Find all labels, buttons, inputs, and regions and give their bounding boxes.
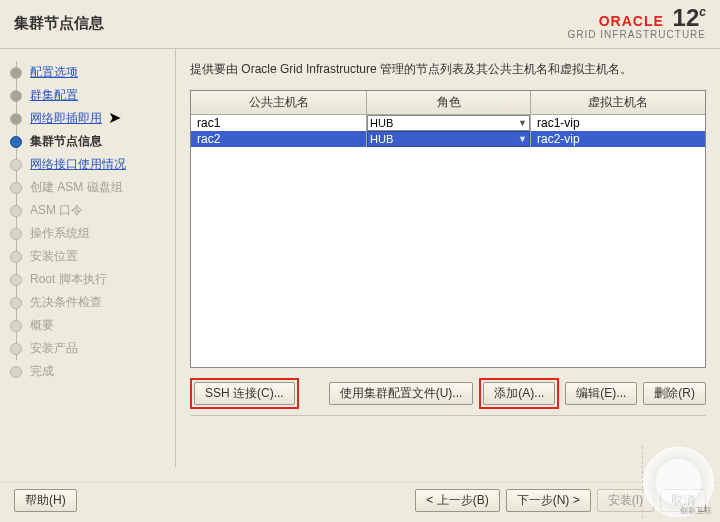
step-bullet-icon: [10, 320, 22, 332]
cell-role[interactable]: HUB▼: [367, 115, 531, 131]
step-os-group: 操作系统组: [30, 225, 90, 242]
step-bullet-icon: [10, 182, 22, 194]
table-header: 公共主机名 角色 虚拟主机名: [191, 91, 705, 115]
step-plugnplay[interactable]: 网络即插即用: [30, 110, 102, 127]
step-cluster-config[interactable]: 群集配置: [30, 87, 78, 104]
col-role: 角色: [367, 91, 531, 114]
nodes-table[interactable]: 公共主机名 角色 虚拟主机名 rac1 HUB▼ rac1-vip rac2 H…: [190, 90, 706, 368]
col-public-host: 公共主机名: [191, 91, 367, 114]
brand-logo: ORACLE 12c GRID INFRASTRUCTURE: [568, 6, 706, 40]
cell-vip: rac1-vip: [531, 115, 705, 131]
use-cluster-file-button[interactable]: 使用集群配置文件(U)...: [329, 382, 474, 405]
content-area: 提供要由 Oracle Grid Infrastructure 管理的节点列表及…: [176, 49, 720, 467]
brand-version: 12c: [673, 4, 706, 31]
watermark-logo: 创新互联: [642, 446, 714, 518]
step-bullet-icon: [10, 159, 22, 171]
step-finish: 完成: [30, 363, 54, 380]
ssh-connect-button[interactable]: SSH 连接(C)...: [194, 382, 295, 405]
step-bullet-icon: [10, 67, 22, 79]
page-title: 集群节点信息: [14, 14, 104, 33]
footer: 帮助(H) < 上一步(B) 下一步(N) > 安装(I) 取消: [0, 482, 720, 518]
step-cluster-nodes: 集群节点信息: [30, 133, 102, 150]
step-bullet-icon: [10, 136, 22, 148]
add-node-button[interactable]: 添加(A)...: [483, 382, 555, 405]
table-row[interactable]: rac1 HUB▼ rac1-vip: [191, 115, 705, 131]
step-bullet-icon: [10, 205, 22, 217]
step-root-script: Root 脚本执行: [30, 271, 107, 288]
table-actions-row: SSH 连接(C)... 使用集群配置文件(U)... 添加(A)... 编辑(…: [190, 378, 706, 409]
step-summary: 概要: [30, 317, 54, 334]
highlight-box: 添加(A)...: [479, 378, 559, 409]
separator: [190, 415, 706, 416]
next-button[interactable]: 下一步(N) >: [506, 489, 591, 512]
main: 配置选项 群集配置 网络即插即用 集群节点信息 网络接口使用情况 创建 ASM …: [0, 49, 720, 467]
step-config-options[interactable]: 配置选项: [30, 64, 78, 81]
step-bullet-icon: [10, 343, 22, 355]
step-install-loc: 安装位置: [30, 248, 78, 265]
highlight-box: SSH 连接(C)...: [190, 378, 299, 409]
step-bullet-icon: [10, 90, 22, 102]
step-net-interface[interactable]: 网络接口使用情况: [30, 156, 126, 173]
chevron-down-icon: ▼: [518, 134, 527, 144]
step-asm-pw: ASM 口令: [30, 202, 83, 219]
back-button[interactable]: < 上一步(B): [415, 489, 499, 512]
step-asm-disk: 创建 ASM 磁盘组: [30, 179, 123, 196]
brand-name: ORACLE: [599, 13, 664, 29]
table-row[interactable]: rac2 HUB▼ rac2-vip: [191, 131, 705, 147]
header: 集群节点信息 ORACLE 12c GRID INFRASTRUCTURE: [0, 0, 720, 49]
step-install: 安装产品: [30, 340, 78, 357]
page-description: 提供要由 Oracle Grid Infrastructure 管理的节点列表及…: [190, 61, 706, 78]
delete-node-button[interactable]: 删除(R): [643, 382, 706, 405]
cell-role[interactable]: HUB▼: [367, 131, 531, 147]
edit-node-button[interactable]: 编辑(E)...: [565, 382, 637, 405]
help-button[interactable]: 帮助(H): [14, 489, 77, 512]
step-bullet-icon: [10, 366, 22, 378]
cell-public: rac1: [191, 115, 367, 131]
step-bullet-icon: [10, 228, 22, 240]
watermark-text: 创新互联: [680, 505, 712, 516]
step-bullet-icon: [10, 274, 22, 286]
cell-public: rac2: [191, 131, 367, 147]
step-bullet-icon: [10, 251, 22, 263]
col-vip: 虚拟主机名: [531, 91, 705, 114]
chevron-down-icon: ▼: [518, 118, 527, 128]
wizard-steps-sidebar: 配置选项 群集配置 网络即插即用 集群节点信息 网络接口使用情况 创建 ASM …: [0, 49, 176, 467]
step-bullet-icon: [10, 297, 22, 309]
step-bullet-icon: [10, 113, 22, 125]
step-prereq: 先决条件检查: [30, 294, 102, 311]
cell-vip: rac2-vip: [531, 131, 705, 147]
brand-sub: GRID INFRASTRUCTURE: [568, 30, 706, 40]
